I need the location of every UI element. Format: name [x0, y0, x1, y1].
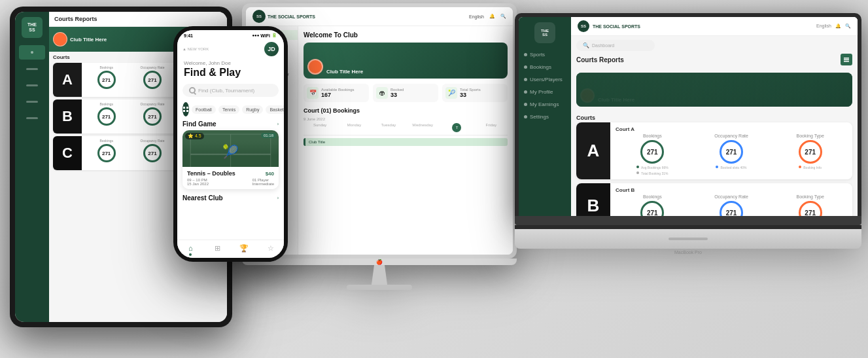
- phone-filter-basket[interactable]: Basket: [266, 105, 284, 114]
- grid-icon: [182, 106, 189, 113]
- imac-stand: [366, 265, 392, 285]
- svg-rect-9: [844, 61, 849, 62]
- macbook-court-name-a: Court A: [616, 126, 847, 132]
- imac-topbar: SS THE SOCIAL SPORTS English 🔔 🔍: [246, 7, 513, 26]
- macbook-topbar: SS THE SOCIAL SPORTS English 🔔 🔍: [571, 17, 858, 36]
- macbook-occupancy-circle-a: 271: [720, 140, 743, 164]
- macbook-banner: Club Title Here: [576, 73, 852, 107]
- macbook-logo-area: SS THE SOCIAL SPORTS: [578, 20, 640, 32]
- macbook-court-stats-b: Bookings 271 Occupancy Rate 271 Booking …: [616, 194, 847, 216]
- phone-game-card[interactable]: 🎾 ⭐ 4.5 01:18 Tennis – Doubles $40 09 – …: [182, 130, 279, 189]
- imac-base: [347, 285, 412, 290]
- imac-banner-title: Club Title Here: [326, 69, 363, 75]
- imac-logo-text: THE SOCIAL SPORTS: [268, 14, 315, 19]
- imac-bookings-title: Court (01) Bookings: [304, 107, 508, 114]
- macbook-court-bookingtype-a: Booking Type 271 Booking Info: [773, 134, 847, 175]
- tablet-sidebar-booking[interactable]: [19, 62, 45, 76]
- imac-stand-area: [242, 265, 517, 290]
- macbook-trackpad: [668, 238, 708, 240]
- macbook-search-placeholder: Dashboard: [592, 43, 614, 48]
- macbook-court-letter-a: A: [576, 122, 610, 179]
- macbook-search-bar: 🔍 Dashboard: [571, 36, 858, 52]
- phone-nav-grid[interactable]: ⊞: [204, 243, 231, 256]
- macbook-court-body-a: Court A Bookings 271 Avg Bookings 66%: [610, 122, 852, 179]
- phone-bottom-nav: ⌂ ⊞ 🏆 ☆: [177, 240, 284, 258]
- tablet-sidebar-profile[interactable]: [19, 94, 45, 109]
- tablet-sidebar-settings[interactable]: [19, 111, 45, 125]
- phone-see-more[interactable]: ›: [277, 122, 279, 126]
- macbook-sidebar-earnings[interactable]: My Earnings: [519, 98, 571, 111]
- phone-greeting-title: Find & Play: [184, 66, 277, 79]
- imac-banner-avatar: [307, 59, 323, 75]
- macbook-court-letter-b: B: [576, 183, 610, 216]
- macbook-court-card-b: B Court B Bookings 271 Occupancy Rate: [576, 183, 852, 216]
- tablet-sidebar-users[interactable]: [19, 78, 45, 92]
- imac-day-tue: Tuesday: [372, 123, 405, 132]
- macbook-bookings-circle-a: 271: [640, 140, 664, 164]
- phone-filter-rugby[interactable]: Rugby: [242, 105, 263, 114]
- tablet-banner-title: Club Title Here: [70, 37, 107, 43]
- tablet-logo: THESS: [22, 17, 43, 38]
- phone-topbar: ▲ NEW YORK JD: [177, 39, 284, 59]
- macbook-logo: THESS: [534, 22, 555, 43]
- phone-search-bar[interactable]: Find (Club, Tournament): [182, 84, 279, 97]
- phone-game-card-image: 🎾 ⭐ 4.5 01:18: [182, 130, 279, 167]
- macbook-court-body-b: Court B Bookings 271 Occupancy Rate 271: [610, 183, 852, 216]
- svg-rect-3: [186, 110, 188, 112]
- tablet-header-title: Courts Reports: [49, 12, 227, 27]
- imac-stat-available-value: 167: [321, 92, 355, 98]
- phone-search-placeholder: Find (Club, Tournament): [198, 88, 254, 94]
- tablet-occupancy-value-c: 271: [143, 144, 162, 162]
- macbook-topbar-right: English 🔔 🔍: [816, 24, 851, 29]
- macbook-screen: THESS Sports Bookings Users/Players My P…: [519, 17, 858, 216]
- phone-grid-icon: ⊞: [213, 243, 222, 253]
- macbook-model-label: MacBook Pro: [674, 250, 702, 255]
- imac-day-wed: Wednesday: [406, 123, 439, 132]
- macbook-sidebar-profile[interactable]: My Profile: [519, 86, 571, 98]
- macbook-court-occupancy-a: Occupancy Rate 271 Booked slots 40%: [695, 134, 769, 175]
- phone-search-icon: [189, 87, 196, 94]
- macbook-search-icon-bar: 🔍: [583, 43, 589, 48]
- phone-nav-star[interactable]: ☆: [257, 243, 284, 256]
- macbook-courts-title: Courts Reports: [576, 56, 624, 63]
- tablet-sidebar-home[interactable]: [19, 45, 45, 60]
- tablet-bookings-value-c: 271: [97, 144, 116, 162]
- macbook-sidebar-sports[interactable]: Sports: [519, 48, 571, 61]
- macbook-occupancy-circle-b: 271: [720, 201, 743, 216]
- macbook-sidebar-settings[interactable]: Settings: [519, 111, 571, 123]
- phone-star-icon: ☆: [266, 243, 275, 253]
- macbook-topbar-logo: SS: [578, 20, 589, 32]
- imac-booked-icon: 🏟: [376, 87, 388, 99]
- phone-nav-home[interactable]: ⌂: [177, 243, 204, 256]
- tablet-banner-avatar: [53, 32, 67, 46]
- phone-time: 9:41: [184, 33, 193, 38]
- menu-icon: [843, 56, 850, 63]
- phone-filter-football[interactable]: Football: [192, 105, 216, 114]
- phone-filter-tennis[interactable]: Tennis: [218, 105, 239, 114]
- phone-greeting-sub: Welcome, John Doe: [184, 60, 277, 66]
- macbook-sidebar-users[interactable]: Users/Players: [519, 73, 571, 86]
- tablet-court-letter-b: B: [53, 99, 82, 134]
- imac-calendar-icon: 📅: [307, 87, 319, 99]
- imac-logo-circle: SS: [252, 10, 266, 23]
- phone-filter-all[interactable]: [182, 102, 189, 116]
- svg-rect-8: [844, 60, 849, 61]
- phone-location: ▲ NEW YORK: [182, 47, 209, 51]
- phone-find-game-header: Find Game ›: [177, 119, 284, 130]
- phone-nearest-club-more[interactable]: ›: [277, 196, 279, 200]
- phone-game-date: 15 Jan 2022: [187, 182, 209, 186]
- imac-lang: English: [469, 14, 484, 19]
- phone-nav-trophy[interactable]: 🏆: [231, 243, 258, 256]
- macbook-courts-btn[interactable]: [841, 54, 852, 65]
- macbook-sidebar-bookings[interactable]: Bookings: [519, 61, 571, 73]
- tablet-bookings-value-a: 271: [97, 71, 116, 89]
- imac-search-icon: 🔍: [500, 14, 506, 19]
- imac-stat-booked-value: 33: [391, 92, 404, 98]
- phone-filter-row: Football Tennis Rugby Basket: [177, 99, 284, 119]
- phone-game-details: 09 – 10 PM 15 Jan 2022 01 Player Interme…: [187, 178, 274, 186]
- imac-day-mon: Monday: [338, 123, 370, 132]
- tablet-bookings-label: Bookings: [99, 65, 113, 69]
- macbook-sidebar: THESS Sports Bookings Users/Players My P…: [519, 17, 571, 216]
- imac-stat-sports-value: 33: [460, 92, 481, 98]
- imac-apple-logo: 🍎: [377, 259, 382, 264]
